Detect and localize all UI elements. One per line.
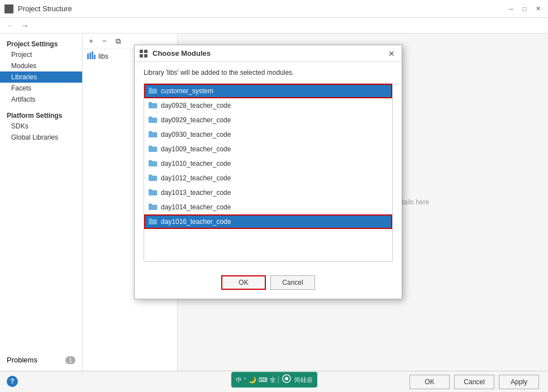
- svg-rect-21: [149, 146, 152, 148]
- ok-button[interactable]: OK: [409, 375, 450, 389]
- cancel-button[interactable]: Cancel: [454, 375, 494, 389]
- folder-icon: [149, 218, 158, 226]
- libs-label: libs: [98, 52, 108, 60]
- module-item-day1012[interactable]: day1012_teacher_code: [144, 171, 392, 185]
- problems-badge: 1: [65, 356, 75, 364]
- sidebar-item-sdks[interactable]: SDKs: [0, 121, 82, 132]
- libs-chart-icon: [87, 51, 96, 61]
- module-item-day0930[interactable]: day0930_teacher_code: [144, 127, 392, 142]
- module-label: day1012_teacher_code: [161, 174, 231, 182]
- svg-rect-4: [87, 54, 89, 59]
- svg-rect-27: [149, 189, 152, 192]
- help-button[interactable]: ?: [7, 376, 18, 387]
- sidebar-item-facets[interactable]: Facets: [0, 83, 82, 94]
- taskbar-icon-6[interactable]: [281, 374, 292, 385]
- svg-rect-17: [149, 117, 152, 119]
- dialog-icon: [139, 49, 148, 58]
- svg-rect-0: [6, 6, 8, 8]
- maximize-button[interactable]: □: [519, 3, 530, 15]
- sidebar-item-project[interactable]: Project: [0, 49, 82, 60]
- choose-modules-dialog: Choose Modules ✕ Library 'libs' will be …: [134, 45, 402, 299]
- svg-rect-13: [149, 88, 152, 90]
- dialog-titlebar: Choose Modules ✕: [135, 45, 402, 62]
- svg-rect-23: [149, 160, 152, 162]
- folder-icon: [149, 160, 158, 168]
- taskbar-icon-4[interactable]: ⌨: [259, 376, 268, 384]
- taskbar-icon-5[interactable]: 全: [270, 376, 276, 384]
- taskbar-icon-1[interactable]: 中: [236, 376, 242, 384]
- folder-icon: [149, 145, 158, 154]
- module-item-day0928[interactable]: day0928_teacher_code: [144, 98, 392, 113]
- module-label: day1013_teacher_code: [161, 189, 231, 197]
- dialog-title: Choose Modules: [153, 49, 382, 58]
- svg-rect-25: [149, 175, 152, 177]
- svg-rect-7: [94, 55, 96, 59]
- dialog-info-text: Library 'libs' will be added to the sele…: [144, 69, 393, 77]
- app-icon: [4, 4, 13, 13]
- svg-rect-19: [149, 131, 152, 133]
- module-label: day1010_teacher_code: [161, 160, 231, 168]
- svg-rect-11: [144, 54, 147, 58]
- svg-rect-10: [140, 54, 143, 58]
- sidebar-item-problems[interactable]: Problems 1: [0, 353, 82, 366]
- dialog-ok-button[interactable]: OK: [221, 275, 266, 290]
- title-bar: Project Structure ─ □ ✕: [0, 0, 548, 18]
- sidebar: Project Settings Project Modules Librari…: [0, 34, 83, 371]
- taskbar-icon-3[interactable]: 🌙: [249, 376, 256, 384]
- dialog-body: Library 'libs' will be added to the sele…: [135, 62, 402, 271]
- folder-icon: [149, 203, 158, 212]
- copy-button[interactable]: ⧉: [112, 35, 124, 47]
- module-item-day1009[interactable]: day1009_teacher_code: [144, 142, 392, 156]
- forward-button[interactable]: →: [19, 20, 31, 32]
- sidebar-item-modules[interactable]: Modules: [0, 60, 82, 71]
- module-item-day1010[interactable]: day1010_teacher_code: [144, 156, 392, 171]
- svg-rect-6: [92, 51, 93, 59]
- svg-rect-5: [89, 52, 91, 59]
- module-label: day0928_teacher_code: [161, 102, 231, 109]
- folder-icon: [149, 174, 158, 183]
- module-item-day1013[interactable]: day1013_teacher_code: [144, 185, 392, 200]
- add-button[interactable]: +: [85, 35, 97, 47]
- taskbar-label: 尚硅谷: [294, 376, 313, 384]
- dialog-close-button[interactable]: ✕: [386, 48, 397, 59]
- minimize-button[interactable]: ─: [506, 3, 517, 15]
- module-label: day1016_teacher_code: [161, 218, 231, 226]
- svg-rect-8: [140, 50, 143, 53]
- module-item-day0929[interactable]: day0929_teacher_code: [144, 113, 392, 127]
- svg-rect-29: [149, 204, 152, 206]
- close-button[interactable]: ✕: [532, 3, 544, 15]
- folder-icon: [149, 87, 158, 95]
- module-label: day0930_teacher_code: [161, 131, 231, 138]
- window-controls: ─ □ ✕: [506, 3, 544, 15]
- module-list: customer_system day0928_teacher_code: [144, 83, 393, 262]
- taskbar-icon-2[interactable]: °: [244, 377, 246, 383]
- svg-rect-15: [149, 102, 152, 104]
- sidebar-item-libraries[interactable]: Libraries: [0, 71, 82, 83]
- window-title: Project Structure: [18, 4, 501, 13]
- platform-settings-label: Platform Settings: [0, 109, 82, 121]
- svg-rect-3: [9, 9, 12, 12]
- folder-icon: [149, 116, 158, 125]
- project-settings-label: Project Settings: [0, 38, 82, 49]
- svg-rect-1: [9, 6, 12, 8]
- svg-rect-31: [149, 218, 152, 221]
- dialog-cancel-button[interactable]: Cancel: [270, 275, 315, 290]
- sidebar-item-global-libraries[interactable]: Global Libraries: [0, 132, 82, 143]
- remove-button[interactable]: −: [98, 35, 111, 47]
- svg-rect-2: [6, 9, 8, 12]
- module-item-day1016[interactable]: day1016_teacher_code: [144, 214, 392, 229]
- svg-rect-9: [144, 50, 147, 53]
- svg-point-33: [285, 377, 288, 380]
- folder-icon: [149, 102, 158, 110]
- module-label: customer_system: [161, 87, 213, 95]
- dialog-footer: OK Cancel: [135, 271, 402, 299]
- module-label: day0929_teacher_code: [161, 116, 231, 124]
- back-button[interactable]: ←: [4, 20, 17, 32]
- sidebar-item-artifacts[interactable]: Artifacts: [0, 94, 82, 105]
- module-item-customer-system[interactable]: customer_system: [144, 84, 392, 98]
- apply-button[interactable]: Apply: [499, 375, 539, 389]
- problems-label: Problems: [7, 356, 37, 364]
- folder-icon: [149, 131, 158, 139]
- module-item-day1014[interactable]: day1014_teacher_code: [144, 200, 392, 214]
- module-label: day1014_teacher_code: [161, 203, 231, 211]
